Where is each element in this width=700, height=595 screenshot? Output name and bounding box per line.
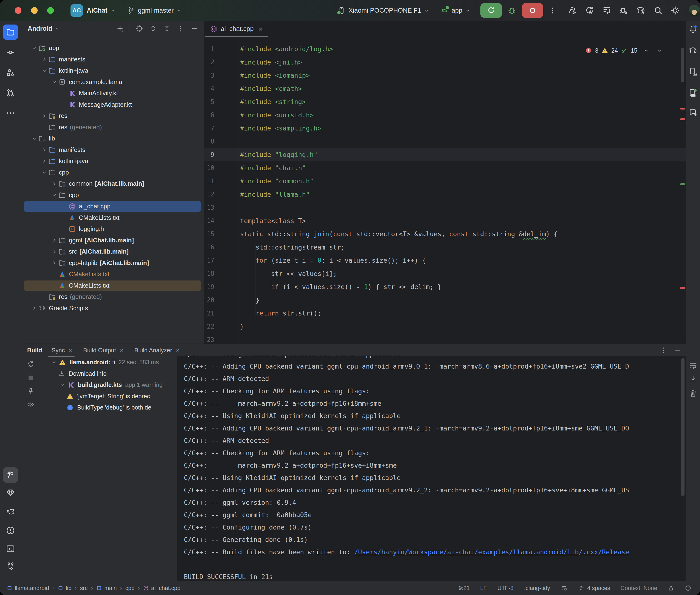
build-output-link[interactable]: /Users/hanyin/Workspace/ai-chat/examples… bbox=[354, 548, 629, 556]
sidebar-item-profiler[interactable] bbox=[3, 504, 18, 519]
close-tab-icon[interactable]: × bbox=[68, 347, 72, 354]
add-file-button[interactable] bbox=[116, 24, 124, 33]
event-log-icon[interactable] bbox=[685, 585, 692, 591]
tab-ai-chat-cpp[interactable]: C ai_chat.cpp × bbox=[204, 21, 269, 37]
tree-item-cmakelists-txt[interactable]: CMakeLists.txt bbox=[21, 268, 204, 280]
resync-icon[interactable] bbox=[27, 360, 35, 368]
code-line-11[interactable]: 11#include "common.h" bbox=[204, 174, 686, 188]
tree-item-res[interactable]: res(generated) bbox=[21, 122, 204, 133]
run-configuration-selector[interactable]: app bbox=[440, 6, 471, 15]
sidebar-item-terminal[interactable] bbox=[3, 541, 18, 557]
tree-item-app[interactable]: app bbox=[21, 42, 204, 54]
locate-file-button[interactable] bbox=[135, 24, 144, 33]
code-line-20[interactable]: 20 } bbox=[204, 293, 686, 307]
close-tab-icon[interactable]: × bbox=[258, 26, 263, 33]
sync-and-refactor-button[interactable]: A bbox=[584, 5, 595, 16]
sidebar-item-pull-requests[interactable] bbox=[3, 85, 18, 101]
more-run-actions-button[interactable] bbox=[548, 6, 557, 15]
sidebar-item-structure[interactable] bbox=[3, 65, 18, 80]
tree-item-lib[interactable]: lib bbox=[21, 133, 204, 144]
build-tree-item[interactable]: llama.android:fi22 sec, 583 ms bbox=[40, 357, 177, 368]
device-manager-button[interactable] bbox=[688, 67, 698, 77]
run-context[interactable]: Context: None bbox=[621, 585, 657, 591]
code-line-15[interactable]: 15static std::string join(const std::vec… bbox=[204, 227, 686, 241]
tree-item-cpp[interactable]: cpp bbox=[21, 190, 204, 201]
notifications-button[interactable] bbox=[688, 24, 698, 34]
project-view-selector[interactable]: Android bbox=[28, 25, 52, 32]
code-line-6[interactable]: 6#include <unistd.h> bbox=[204, 109, 686, 122]
tree-item-messageadapter-kt[interactable]: MessageAdapter.kt bbox=[21, 99, 204, 111]
clear-all-button[interactable] bbox=[688, 388, 698, 398]
tree-item-gradle-scripts[interactable]: Gradle Scripts bbox=[21, 303, 204, 314]
tree-item-res[interactable]: res(generated) bbox=[21, 291, 204, 303]
hide-project-panel-button[interactable] bbox=[190, 24, 199, 33]
error-stripe-mark[interactable] bbox=[680, 287, 685, 289]
chevron-down-icon[interactable] bbox=[58, 382, 67, 388]
tree-item-cmakelists-txt[interactable]: CMakeLists.txt bbox=[21, 212, 204, 224]
code-line-17[interactable]: 17 for (size_t i = 0; i < values.size();… bbox=[204, 254, 686, 267]
close-window-button[interactable] bbox=[15, 7, 22, 14]
code-line-10[interactable]: 10#include "chat.h" bbox=[204, 162, 686, 175]
build-tree-item[interactable]: 'jvmTarget: String' is deprec bbox=[40, 391, 177, 402]
close-tab-icon[interactable]: × bbox=[176, 347, 179, 354]
code-line-2[interactable]: 2#include <jni.h> bbox=[204, 56, 686, 69]
next-issue-icon[interactable] bbox=[656, 47, 663, 54]
inspections-widget[interactable]: 3 24 15 bbox=[585, 46, 663, 55]
code-editor[interactable]: 1#include <android/log.h>2#include <jni.… bbox=[204, 37, 686, 344]
tab-build-analyzer[interactable]: Build Analyzer × bbox=[134, 345, 179, 356]
chevron-right-icon[interactable] bbox=[30, 305, 38, 311]
code-line-16[interactable]: 16 std::ostringstream str; bbox=[204, 241, 686, 254]
tree-item-ggml[interactable]: ggml[AiChat.lib.main] bbox=[21, 235, 204, 246]
chevron-right-icon[interactable] bbox=[50, 237, 58, 244]
file-encoding[interactable]: UTF-8 bbox=[497, 585, 513, 591]
gradle-button[interactable] bbox=[688, 46, 698, 56]
scroll-to-end-button[interactable] bbox=[688, 374, 698, 385]
code-line-9[interactable]: 9#include "logging.h" bbox=[204, 148, 686, 162]
code-line-4[interactable]: 4#include <cmath> bbox=[204, 82, 686, 95]
sidebar-item-app-quality-insights[interactable] bbox=[3, 485, 18, 501]
vcs-branch-widget[interactable]: ggml-master bbox=[127, 6, 182, 15]
tree-item-ai-chat-cpp[interactable]: Cai_chat.cpp bbox=[21, 201, 204, 212]
code-line-5[interactable]: 5#include <string> bbox=[204, 95, 686, 109]
tree-item-cpp-httplib[interactable]: cpp-httplib[AiChat.lib.main] bbox=[21, 257, 204, 269]
tree-item-kotlin-java[interactable]: kotlin+java bbox=[21, 65, 204, 77]
breadcrumb-item[interactable]: C ai_chat.cpp bbox=[143, 585, 180, 591]
sidebar-item-more-tools[interactable] bbox=[3, 106, 18, 121]
change-stripe-mark[interactable] bbox=[680, 183, 685, 185]
breadcrumb-item[interactable]: src bbox=[80, 585, 88, 591]
tree-item-cpp[interactable]: cpp bbox=[21, 167, 204, 178]
highlight-level-icon[interactable] bbox=[561, 585, 567, 591]
lock-icon[interactable] bbox=[668, 585, 674, 591]
code-line-13[interactable]: 13 bbox=[204, 201, 686, 214]
build-variants-button[interactable] bbox=[601, 5, 612, 16]
code-line-14[interactable]: 14template<class T> bbox=[204, 214, 686, 228]
chevron-down-icon[interactable] bbox=[30, 135, 38, 142]
chevron-right-icon[interactable] bbox=[40, 56, 48, 63]
tree-item-cmakelists-txt[interactable]: CMakeLists.txt bbox=[21, 280, 204, 291]
device-selector[interactable]: Xiaomi POCOPHONE F1 bbox=[337, 6, 430, 15]
line-separator[interactable]: LF bbox=[480, 585, 487, 591]
stop-build-icon[interactable] bbox=[27, 374, 35, 382]
editor-scrollbar[interactable] bbox=[681, 48, 684, 82]
chevron-down-icon[interactable] bbox=[50, 359, 59, 366]
collapse-all-button[interactable] bbox=[163, 24, 171, 33]
build-panel-options-button[interactable] bbox=[659, 346, 667, 354]
chevron-down-icon[interactable] bbox=[50, 192, 58, 198]
code-line-18[interactable]: 18 str << values[i]; bbox=[204, 267, 686, 281]
project-options-button[interactable] bbox=[176, 24, 185, 33]
chevron-right-icon[interactable] bbox=[50, 248, 58, 255]
sidebar-item-commit[interactable] bbox=[3, 45, 18, 60]
tree-item-manifests[interactable]: manifests bbox=[21, 144, 204, 156]
code-line-21[interactable]: 21 return str.str(); bbox=[204, 307, 686, 320]
pin-tab-icon[interactable] bbox=[27, 387, 35, 395]
error-stripe-mark[interactable] bbox=[680, 108, 685, 110]
attach-debugger-button[interactable] bbox=[619, 5, 629, 16]
breadcrumb-item[interactable]: main bbox=[96, 585, 117, 591]
settings-button[interactable] bbox=[670, 5, 680, 16]
tab-sync[interactable]: Sync × bbox=[52, 345, 73, 356]
tree-item-common[interactable]: common[AiChat.lib.main] bbox=[21, 178, 204, 190]
avatar[interactable] bbox=[689, 5, 700, 16]
sidebar-item-version-control[interactable] bbox=[3, 559, 18, 574]
chevron-right-icon[interactable] bbox=[40, 113, 48, 119]
tree-item-res[interactable]: res bbox=[21, 110, 204, 122]
